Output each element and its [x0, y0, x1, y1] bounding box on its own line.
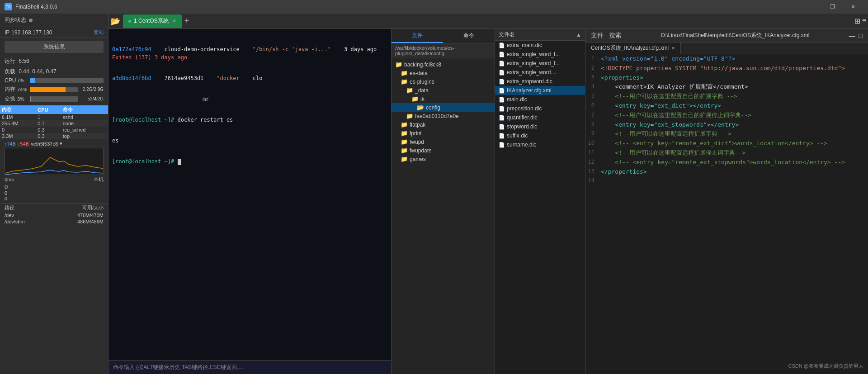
- file-tree-item[interactable]: 📁ik: [392, 95, 495, 103]
- file-list-item[interactable]: 📄extra_main.dic: [495, 41, 585, 50]
- code-line: 5 <!--用户可以在这里配置自己的扩展字典 -->: [585, 92, 868, 101]
- mem-bar-fill: [30, 87, 66, 92]
- editor-file-path: D:\Linux\FinalShell\temp\edit\CentOS系统_I…: [623, 32, 847, 39]
- file-tree-item[interactable]: 📁es-data: [392, 69, 495, 77]
- window-controls: — ❐ ✕: [801, 0, 863, 14]
- sync-status-row: 同步状态: [0, 14, 108, 27]
- folder-icon[interactable]: 📂: [110, 16, 120, 26]
- file-list-item[interactable]: 📄extra_single_word....: [495, 68, 585, 77]
- latency-row: 0ms 本机: [0, 175, 108, 184]
- tab-close-icon[interactable]: ✕: [172, 18, 176, 24]
- editor-tab[interactable]: CentOS系统_IKAnalyzer.cfg.xml ✕: [585, 43, 681, 54]
- editor-menu-search[interactable]: 搜索: [609, 32, 622, 40]
- file-list-item[interactable]: 📄extra_stopword.dic: [495, 77, 585, 86]
- file-tree-item[interactable]: 📁fprint: [392, 129, 495, 137]
- disk-header: 路径 可用/大小: [0, 203, 108, 212]
- file-list-item[interactable]: 📄extra_single_word_f...: [495, 50, 585, 59]
- disk-row: /dev470M/470M: [0, 212, 108, 218]
- swap-label: 交换: [5, 95, 17, 103]
- process-table: 内存 CPU 命令 6.1M1sshd255.4M0.7node00.3rcu_…: [0, 105, 108, 139]
- mem-val: 2.2G/2.9G: [80, 87, 104, 92]
- centos-tab[interactable]: 1 CentOS系统 ✕: [123, 14, 182, 28]
- file-list-item[interactable]: 📄suffix.dic: [495, 131, 585, 140]
- swap-pct: 3%: [17, 96, 30, 102]
- file-list-item[interactable]: 📄stopword.dic: [495, 122, 585, 131]
- editor-content[interactable]: 1<?xml version="1.0" encoding="UTF-8"?>2…: [585, 54, 868, 374]
- copy-ip-button[interactable]: 复制: [94, 29, 104, 36]
- cpu-label: CPU: [5, 77, 17, 84]
- sort-icon[interactable]: ▲: [576, 32, 581, 38]
- filelist-header-label: 文件名: [499, 31, 515, 38]
- cpu-bar: [30, 78, 104, 83]
- term-line: mr: [112, 95, 387, 103]
- code-line: 1<?xml version="1.0" encoding="UTF-8"?>: [585, 54, 868, 64]
- cmd-tab[interactable]: 命令: [443, 29, 495, 43]
- file-list-item[interactable]: 📄quantifier.dic: [495, 113, 585, 122]
- file-tab[interactable]: 文件: [392, 29, 443, 43]
- editor-menu-file[interactable]: 文件: [591, 32, 604, 40]
- minimize-button[interactable]: —: [801, 0, 822, 14]
- maximize-button[interactable]: ❐: [822, 0, 843, 14]
- app-title: FinalShell 4.3.0.6: [15, 4, 801, 10]
- file-list-item[interactable]: 📄preposition.dic: [495, 104, 585, 113]
- file-tree-item[interactable]: 📁fwupdate: [392, 146, 495, 155]
- list-view-icon[interactable]: ≡: [862, 17, 866, 25]
- table-row: 00.3rcu_sched: [0, 127, 108, 133]
- network-chart-svg: [5, 148, 104, 175]
- code-line: 4 <comment>IK Analyzer 扩展配置</comment>: [585, 82, 868, 92]
- file-list-items: 📄extra_main.dic📄extra_single_word_f...📄e…: [495, 41, 585, 149]
- command-input-bar[interactable]: 命令输入 (按ALT键提示历史,TAB键路径,ESC键返回,...: [108, 360, 391, 374]
- editor-minimize-btn[interactable]: —: [849, 32, 855, 39]
- net-download: ↓54B: [18, 141, 29, 147]
- file-tree-item[interactable]: 📁fwupd: [392, 137, 495, 146]
- close-button[interactable]: ✕: [843, 0, 863, 14]
- grid-view-icon[interactable]: ⊞: [854, 17, 860, 25]
- sidebar: 同步状态 IP 192.168.177.130 复制 系统信息 运行 6:56 …: [0, 14, 108, 374]
- code-line: 9 <!--用户可以在这里配置远程扩展字典 -->: [585, 129, 868, 139]
- file-tree-item[interactable]: 📁flatpak: [392, 120, 495, 129]
- net-iface: veth5f537c8: [31, 141, 58, 147]
- mem-pct: 74%: [17, 87, 30, 92]
- file-tree-item[interactable]: 📁games: [392, 155, 495, 163]
- main-layout: 同步状态 IP 192.168.177.130 复制 系统信息 运行 6:56 …: [0, 14, 868, 374]
- editor-maximize-btn[interactable]: □: [859, 32, 863, 39]
- file-list-item[interactable]: 📄IKAnalyzer.cfg.xml: [495, 86, 585, 95]
- terminal[interactable]: 0e172a476c94 cloud-demo-orderservice "/b…: [108, 29, 391, 360]
- file-list-item[interactable]: 📄main.dic: [495, 95, 585, 104]
- editor-header: 文件 搜索 D:\Linux\FinalShell\temp\edit\Cent…: [585, 29, 868, 43]
- file-tree-item[interactable]: 📁es-plugins: [392, 77, 495, 86]
- file-tree-item[interactable]: 📁backing.fcl8ck8: [392, 60, 495, 69]
- editor-tab-close[interactable]: ✕: [671, 46, 675, 51]
- add-tab-button[interactable]: +: [184, 16, 189, 26]
- proc-header-cpu: CPU: [36, 105, 61, 114]
- code-line: 2<!DOCTYPE properties SYSTEM "http://jav…: [585, 64, 868, 73]
- swap-val: 52M/2G: [80, 96, 104, 101]
- content-split: 0e172a476c94 cloud-demo-orderservice "/b…: [108, 29, 868, 374]
- tabs-bar: 📂 1 CentOS系统 ✕ + ⊞ ≡: [108, 14, 868, 29]
- file-tree-item[interactable]: 📁_data: [392, 86, 495, 95]
- file-list-item[interactable]: 📄surname.dic: [495, 140, 585, 149]
- app-icon: FS: [5, 3, 12, 10]
- editor-tab-label: CentOS系统_IKAnalyzer.cfg.xml: [591, 44, 669, 52]
- code-line: 6 <entry key="ext_dict"></entry>: [585, 101, 868, 111]
- ip-value: 192.168.177.130: [11, 29, 52, 36]
- term-cmd-line: [root@localhost ~]# docker restart es: [112, 116, 387, 124]
- cpu-bar-fill: [30, 78, 35, 83]
- proc-header-mem: 内存: [0, 105, 36, 114]
- view-icons: ⊞ ≡: [854, 17, 866, 25]
- swap-bar-fill: [30, 96, 31, 102]
- file-tree[interactable]: 📁backing.fcl8ck8📁es-data📁es-plugins📁_dat…: [392, 58, 495, 374]
- ip-label: IP: [5, 29, 9, 36]
- file-path: /var/lib/docker/volumes/es-plugins/_data…: [392, 43, 495, 58]
- network-chart: [5, 148, 104, 175]
- file-tree-panel: 文件 命令 /var/lib/docker/volumes/es-plugins…: [391, 29, 495, 374]
- file-tree-item[interactable]: 📂config: [392, 103, 495, 112]
- file-tree-item[interactable]: 📁fae0ab0110d7e0e: [392, 112, 495, 120]
- swap-resource-row: 交换 3% 52M/2G: [0, 94, 108, 104]
- file-list-panel: 文件名 ▲ 📄extra_main.dic📄extra_single_word_…: [495, 29, 585, 374]
- term-output-line: es: [112, 137, 387, 145]
- code-line: 8 <entry key="ext_stopwords"></entry>: [585, 120, 868, 130]
- system-info-button[interactable]: 系统信息: [5, 41, 104, 53]
- file-list-item[interactable]: 📄extra_single_word_l...: [495, 59, 585, 68]
- table-row: 255.4M0.7node: [0, 120, 108, 127]
